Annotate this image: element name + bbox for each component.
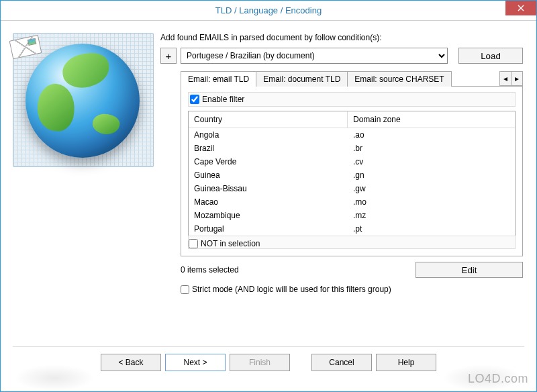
tabstrip: Email: email TLD Email: document TLD Ema…: [181, 70, 523, 86]
edit-button[interactable]: Edit: [416, 262, 523, 278]
enable-filter-checkbox[interactable]: [190, 95, 199, 104]
items-selected-text: 0 items selected: [181, 265, 239, 275]
not-in-selection-checkbox[interactable]: [189, 239, 198, 248]
tab-document-tld[interactable]: Email: document TLD: [256, 71, 348, 87]
enable-filter-label: Enable filter: [202, 95, 244, 104]
add-condition-button[interactable]: +: [160, 48, 177, 64]
list-row[interactable]: Cape Verde.cv: [189, 155, 515, 168]
enable-filter-row[interactable]: Enable filter: [188, 92, 516, 107]
list-row[interactable]: Guinea-Bissau.gw: [189, 182, 515, 195]
right-pane: Add found EMAILS in parsed document by f…: [155, 21, 536, 346]
wizard-image: [13, 33, 154, 167]
list-header: Country Domain zone: [189, 111, 515, 128]
back-button[interactable]: < Back: [101, 354, 161, 371]
divider: [13, 346, 524, 347]
left-pane: [1, 21, 155, 346]
next-button[interactable]: Next >: [165, 354, 226, 371]
footer: < Back Next > Finish Cancel Help: [1, 354, 536, 382]
tab-panel: Enable filter Country Domain zone Angola…: [181, 86, 523, 256]
finish-button[interactable]: Finish: [230, 354, 290, 371]
titlebar: TLD / Language / Encoding: [1, 1, 536, 21]
list-body[interactable]: Angola.ao Brazil.br Cape Verde.cv Guinea…: [189, 128, 515, 236]
prompt-text: Add found EMAILS in parsed document by f…: [160, 33, 523, 42]
not-in-selection-row[interactable]: NOT in selection: [188, 236, 516, 249]
col-domain-zone[interactable]: Domain zone: [348, 111, 515, 128]
globe-icon: [26, 44, 140, 158]
list-row[interactable]: Macao.mo: [189, 195, 515, 209]
col-country[interactable]: Country: [189, 111, 348, 128]
close-icon: [518, 5, 524, 11]
list-row[interactable]: Brazil.br: [189, 142, 515, 155]
tab-scroll: ◂ ▸: [500, 71, 523, 86]
condition-row: + Portugese / Brazilian (by document) Lo…: [160, 48, 523, 64]
strict-mode-checkbox[interactable]: [181, 285, 189, 294]
cancel-button[interactable]: Cancel: [311, 354, 372, 371]
status-row: 0 items selected Edit: [181, 262, 523, 278]
dialog-window: TLD / Language / Encoding Add found EMAI…: [0, 0, 537, 392]
tab-scroll-left[interactable]: ◂: [499, 71, 511, 86]
tab-email-tld[interactable]: Email: email TLD: [181, 71, 256, 87]
country-list: Country Domain zone Angola.ao Brazil.br …: [188, 111, 516, 236]
help-button[interactable]: Help: [376, 354, 436, 371]
tab-scroll-right[interactable]: ▸: [511, 71, 523, 86]
list-row[interactable]: Mozambique.mz: [189, 209, 515, 222]
strict-mode-label: Strict mode (AND logic will be used for …: [192, 285, 391, 294]
list-row[interactable]: Guinea.gn: [189, 168, 515, 182]
load-button[interactable]: Load: [458, 48, 523, 64]
close-button[interactable]: [505, 1, 536, 15]
not-in-selection-label: NOT in selection: [201, 239, 260, 248]
language-combo[interactable]: Portugese / Brazilian (by document): [181, 48, 448, 64]
list-row[interactable]: Portugal.pt: [189, 222, 515, 236]
list-row[interactable]: Angola.ao: [189, 128, 515, 142]
window-title: TLD / Language / Encoding: [1, 5, 536, 15]
body-area: Add found EMAILS in parsed document by f…: [1, 21, 536, 346]
strict-mode-row[interactable]: Strict mode (AND logic will be used for …: [181, 285, 523, 294]
envelope-icon: [9, 35, 42, 60]
tab-source-charset[interactable]: Email: source CHARSET: [347, 71, 451, 87]
